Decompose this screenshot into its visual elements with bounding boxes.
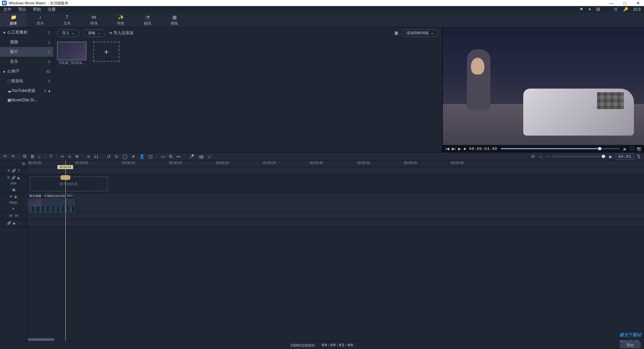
snapshot-icon[interactable]: 📷	[637, 147, 641, 151]
mute-icon[interactable]: 🔈	[12, 221, 16, 225]
export-button[interactable]: 导出	[620, 342, 641, 348]
tab-template[interactable]: ▦模板	[161, 13, 188, 27]
time-ruler[interactable]: 00:00:00 00:00:05 00:00:10 00:00:15 00:0…	[28, 160, 644, 167]
camera-button[interactable]: 📹	[198, 154, 204, 159]
minimize-button[interactable]: —	[607, 1, 615, 6]
freeze-button[interactable]: ❄	[75, 154, 79, 159]
rotate-right-button[interactable]: ↻	[115, 154, 118, 159]
sidebar-item-examples[interactable]: ▸🗀 例子30	[0, 66, 53, 76]
sidebar-item-youtube[interactable]: ☁ YouTube资源0◂	[0, 86, 53, 96]
tab-media[interactable]: 📁媒体	[0, 13, 27, 27]
close-button[interactable]: ✕	[634, 1, 642, 6]
add-to-timeline-button[interactable]: 添加到时间线⌄	[401, 29, 439, 37]
eye-icon[interactable]: 👁	[9, 195, 13, 198]
tab-effect[interactable]: ✨特效	[107, 13, 134, 27]
sidebar-item-image[interactable]: 图片1	[0, 47, 53, 57]
text-track[interactable]	[28, 167, 644, 174]
eye-icon[interactable]: 👁	[7, 176, 10, 180]
flag-icon[interactable]: ⚑	[580, 7, 583, 12]
preview-video[interactable]	[443, 28, 644, 145]
mute-icon[interactable]: 🔈	[17, 176, 21, 180]
link-button[interactable]: ⊶	[176, 154, 180, 159]
star-icon[interactable]: ✦	[588, 7, 591, 12]
import-add-link[interactable]: ⇥导入后添加	[109, 30, 133, 36]
sidebar-item-video[interactable]: 视频1	[0, 37, 53, 47]
zoom-slider[interactable]	[552, 156, 606, 157]
horizontal-scrollbar[interactable]	[28, 338, 54, 341]
main-play-icon[interactable]: ▸	[13, 206, 15, 211]
cart-icon[interactable]: 🛒	[613, 7, 619, 12]
pip-track[interactable]: 画中画轨道	[28, 174, 644, 193]
crop-button[interactable]: ⟀	[39, 154, 41, 159]
import-button[interactable]: 导入⌄	[57, 29, 79, 37]
media-thumbnail[interactable]: THUM_76167A...	[57, 42, 87, 65]
mic-button[interactable]: 🎤	[189, 154, 194, 159]
crop-frame-button[interactable]: ◫	[149, 154, 153, 159]
sidebar-item-audio[interactable]: 音乐0	[0, 57, 53, 66]
person-button[interactable]: 👤	[139, 154, 145, 159]
rect-button[interactable]: ▭	[161, 154, 165, 159]
lock-icon[interactable]: 🔗	[12, 169, 16, 172]
layers-button[interactable]: ⧉	[169, 154, 172, 159]
zoom-in-button[interactable]: ▶	[609, 154, 612, 159]
columns-button[interactable]: ⫿⫿	[94, 154, 99, 159]
lock-icon[interactable]: 🔗	[11, 176, 15, 180]
eye-icon[interactable]: 👁	[9, 214, 13, 218]
audio-track[interactable]	[28, 219, 644, 227]
transition-track[interactable]	[28, 212, 644, 219]
main-clip[interactable]: 腾讯视频 - 中国领先的在线00:0	[28, 193, 74, 212]
cut-button[interactable]: ✂	[61, 154, 64, 159]
menu-help[interactable]: 帮助	[33, 7, 41, 12]
tab-music[interactable]: ♪音乐	[27, 13, 54, 27]
collapse-arrow-icon[interactable]: ◂	[48, 89, 50, 93]
menu-file[interactable]: 文件	[3, 7, 11, 12]
play-button[interactable]: ▶	[458, 147, 461, 151]
track-header-pip[interactable]: 👁🔗🔈PIP▣	[0, 174, 27, 193]
add-media-button[interactable]: ＋	[93, 42, 119, 62]
align-button[interactable]: ≡	[87, 154, 90, 159]
seek-bar[interactable]	[501, 148, 620, 149]
menu-export[interactable]: 导出	[18, 7, 26, 12]
track-header-main[interactable]: 👁🔈Main▸	[0, 193, 27, 212]
tab-sticker[interactable]: ◔贴纸	[134, 13, 161, 27]
add-track-icon[interactable]: ⊞	[22, 161, 25, 166]
copy-button[interactable]: ⧉	[23, 154, 26, 159]
rotate-left-button[interactable]: ↺	[107, 154, 111, 159]
refresh-button[interactable]: ⟳	[531, 154, 535, 159]
maximize-button[interactable]: □	[622, 1, 628, 6]
aspect-ratio[interactable]: 16:9	[633, 7, 641, 12]
zoom-value[interactable]: 00:05	[616, 153, 634, 160]
lock-icon[interactable]: 🔗	[7, 221, 11, 225]
split-button[interactable]: ⎋	[68, 154, 71, 159]
expand-button[interactable]: ⤢	[208, 154, 211, 159]
prev-frame-button[interactable]: I◀	[445, 147, 449, 151]
track-header-audio[interactable]: 🔗🔈♪	[0, 219, 27, 227]
zoom-stepper-icon[interactable]: ⇅	[637, 154, 641, 159]
tracks-area[interactable]: 00:00:00 00:00:05 00:00:10 00:00:15 00:0…	[28, 160, 644, 341]
delete-button[interactable]: 🗑	[30, 154, 35, 159]
save-icon[interactable]: 🖫	[596, 7, 600, 12]
grid-view-icon[interactable]: ▦	[394, 31, 398, 35]
sidebar-item-resource[interactable]: ⬚ 资源包0	[0, 76, 53, 86]
eye-icon[interactable]: 👁	[7, 169, 10, 172]
tab-text[interactable]: T文本	[54, 13, 80, 27]
magic-button[interactable]: ✦	[131, 154, 135, 159]
track-header-text[interactable]: 👁🔗T	[0, 167, 27, 174]
menu-register[interactable]: 注册	[48, 7, 56, 12]
fit-button[interactable]: ↔	[538, 154, 543, 159]
track-header-transition[interactable]: 👁⋈	[0, 212, 27, 219]
next-frame-button[interactable]: ▶I	[452, 147, 455, 151]
record-button[interactable]: 录制⌄	[83, 29, 105, 37]
pip-settings-icon[interactable]: ▣	[12, 188, 15, 192]
undo-button[interactable]: ↶	[3, 154, 7, 159]
key-icon[interactable]: 🔑	[623, 7, 628, 12]
zoom-out-button[interactable]: −	[546, 154, 549, 159]
sidebar-item-project[interactable]: ▾🗀 工程素材2	[0, 28, 53, 37]
volume-icon[interactable]: 🔈	[623, 147, 628, 151]
redo-button[interactable]: ↷	[11, 154, 15, 159]
playhead[interactable]: 00:00:04	[65, 160, 66, 341]
mute-icon[interactable]: 🔈	[14, 195, 18, 198]
loop-button[interactable]: ◯	[122, 154, 127, 159]
stop-button[interactable]: ■	[464, 147, 466, 151]
main-track[interactable]: 腾讯视频 - 中国领先的在线00:0	[28, 193, 644, 212]
